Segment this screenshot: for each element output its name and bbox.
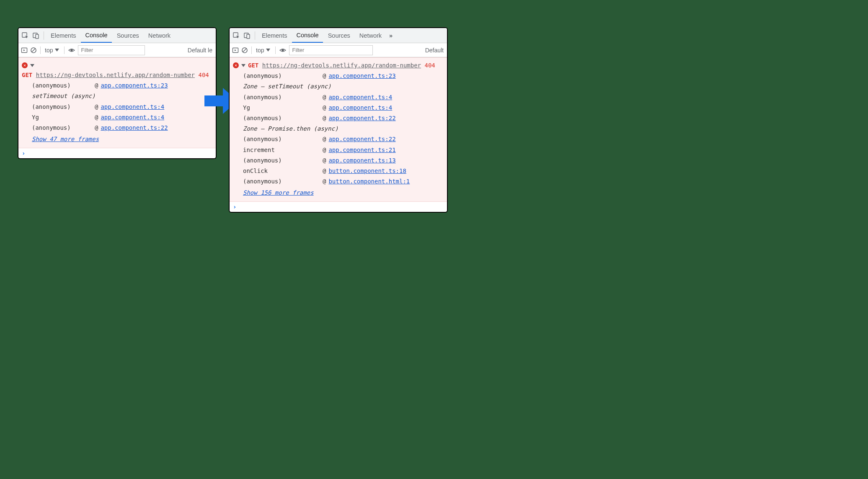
stack-frame: (anonymous)@app.component.ts:13: [243, 155, 444, 166]
error-header[interactable]: ✕ GET https://ng-devtools.netlify.app/ra…: [22, 60, 212, 80]
console-prompt[interactable]: ›: [18, 148, 216, 158]
frame-link[interactable]: app.component.ts:4: [101, 112, 164, 123]
stack-frame: (anonymous)@app.component.ts:4: [32, 102, 212, 112]
async-boundary: setTimeout (async): [22, 91, 212, 101]
clear-console-icon[interactable]: [241, 47, 248, 54]
svg-point-13: [282, 49, 284, 51]
console-output: ✕ GET https://ng-devtools.netlify.app/ra…: [18, 57, 216, 158]
frame-link[interactable]: button.component.html:1: [328, 176, 410, 187]
stack-frame: (anonymous) @ app.component.ts:23: [32, 80, 212, 91]
stack-frame: (anonymous)@app.component.ts:22: [243, 134, 444, 144]
console-output: ✕ GET https://ng-devtools.netlify.app/ra…: [230, 57, 447, 212]
frame-link[interactable]: button.component.ts:18: [328, 166, 406, 176]
tab-elements[interactable]: Elements: [46, 28, 80, 43]
http-status: 404: [424, 62, 435, 69]
stack-trace: (anonymous)@app.component.ts:4 Yg@app.co…: [22, 102, 212, 134]
inspect-icon[interactable]: [20, 31, 30, 41]
context-selector[interactable]: top: [255, 47, 272, 54]
inspect-icon[interactable]: [231, 31, 241, 41]
svg-point-6: [71, 49, 72, 51]
svg-rect-2: [36, 34, 39, 39]
dropdown-icon: [55, 49, 59, 52]
eye-icon[interactable]: [279, 46, 287, 54]
console-prompt[interactable]: ›: [230, 202, 447, 212]
stack-frame: Yg@app.component.ts:4: [243, 103, 444, 113]
filter-input[interactable]: [289, 45, 373, 55]
stack-frame: (anonymous)@button.component.html:1: [243, 176, 444, 187]
devtools-tabbar: Elements Console Sources Network »: [230, 28, 447, 43]
expand-icon[interactable]: [30, 64, 34, 67]
stack-frame: (anonymous)@app.component.ts:22: [243, 113, 444, 124]
http-method: GET: [22, 72, 32, 78]
tab-elements[interactable]: Elements: [258, 28, 291, 43]
request-url[interactable]: https://ng-devtools.netlify.app/random-n…: [262, 62, 421, 69]
device-toggle-icon[interactable]: [242, 31, 252, 41]
sidebar-toggle-icon[interactable]: [21, 47, 28, 54]
tab-console[interactable]: Console: [81, 28, 111, 43]
frame-link[interactable]: app.component.ts:22: [328, 134, 395, 144]
stack-trace: (anonymous)@app.component.ts:23: [233, 71, 444, 81]
clear-console-icon[interactable]: [30, 47, 37, 54]
sidebar-toggle-icon[interactable]: [232, 47, 239, 54]
tab-network[interactable]: Network: [355, 28, 386, 43]
log-levels-select[interactable]: Default le: [188, 47, 213, 54]
stack-frame: increment@app.component.ts:21: [243, 145, 444, 155]
context-selector[interactable]: top: [44, 47, 61, 54]
stack-trace: (anonymous)@app.component.ts:4 Yg@app.co…: [233, 92, 444, 124]
console-error-entry: ✕ GET https://ng-devtools.netlify.app/ra…: [18, 57, 216, 148]
separator: [64, 46, 65, 54]
frame-link[interactable]: app.component.ts:13: [328, 155, 395, 166]
frame-link[interactable]: app.component.ts:22: [101, 123, 168, 133]
stack-frame: (anonymous)@app.component.ts:22: [32, 123, 212, 133]
dropdown-icon: [266, 49, 270, 52]
frame-link[interactable]: app.component.ts:4: [328, 92, 392, 103]
stack-trace: (anonymous) @ app.component.ts:23: [22, 80, 212, 91]
log-levels-select[interactable]: Default: [425, 47, 444, 54]
devtools-panel-before: Elements Console Sources Network top Def…: [18, 27, 217, 159]
svg-line-12: [243, 49, 246, 52]
stack-frame: Yg@app.component.ts:4: [32, 112, 212, 123]
tab-console[interactable]: Console: [292, 28, 323, 43]
expand-icon[interactable]: [241, 64, 245, 67]
svg-rect-9: [247, 34, 250, 39]
frame-link[interactable]: app.component.ts:23: [328, 71, 395, 81]
separator: [44, 31, 44, 40]
device-toggle-icon[interactable]: [31, 31, 41, 41]
context-label: top: [256, 47, 264, 54]
stack-frame: (anonymous)@app.component.ts:4: [243, 92, 444, 103]
filter-input[interactable]: [78, 45, 145, 55]
async-boundary: Zone — Promise.then (async): [233, 124, 444, 134]
error-icon: ✕: [233, 62, 239, 68]
tab-sources[interactable]: Sources: [113, 28, 143, 43]
tab-network[interactable]: Network: [144, 28, 175, 43]
devtools-tabbar: Elements Console Sources Network: [18, 28, 216, 43]
tab-sources[interactable]: Sources: [324, 28, 354, 43]
more-tabs-icon[interactable]: »: [387, 32, 395, 39]
separator: [40, 46, 41, 54]
frame-link[interactable]: app.component.ts:4: [101, 102, 164, 112]
context-label: top: [45, 47, 53, 54]
separator: [251, 46, 252, 54]
frame-link[interactable]: app.component.ts:23: [101, 80, 168, 91]
show-more-frames-link[interactable]: Show 47 more frames: [22, 134, 99, 144]
stack-trace: (anonymous)@app.component.ts:22 incremen…: [233, 134, 444, 187]
error-header[interactable]: ✕ GET https://ng-devtools.netlify.app/ra…: [233, 60, 444, 71]
error-icon: ✕: [22, 62, 28, 68]
frame-fn: (anonymous): [32, 80, 95, 91]
request-url[interactable]: https://ng-devtools.netlify.app/random-n…: [36, 72, 195, 78]
console-error-entry: ✕ GET https://ng-devtools.netlify.app/ra…: [230, 57, 447, 202]
show-more-frames-link[interactable]: Show 156 more frames: [233, 188, 314, 198]
separator: [255, 31, 255, 40]
separator: [275, 46, 276, 54]
console-toolbar: top Default le: [18, 43, 216, 57]
http-status: 404: [198, 72, 209, 78]
devtools-panel-after: Elements Console Sources Network » top D…: [229, 27, 448, 213]
frame-link[interactable]: app.component.ts:21: [328, 145, 395, 155]
svg-line-5: [32, 49, 35, 52]
console-toolbar: top Default: [230, 43, 447, 57]
async-boundary: Zone — setTimeout (async): [233, 81, 444, 92]
frame-link[interactable]: app.component.ts:22: [328, 113, 395, 124]
frame-link[interactable]: app.component.ts:4: [328, 103, 392, 113]
stack-frame: onClick@button.component.ts:18: [243, 166, 444, 176]
eye-icon[interactable]: [68, 46, 75, 54]
